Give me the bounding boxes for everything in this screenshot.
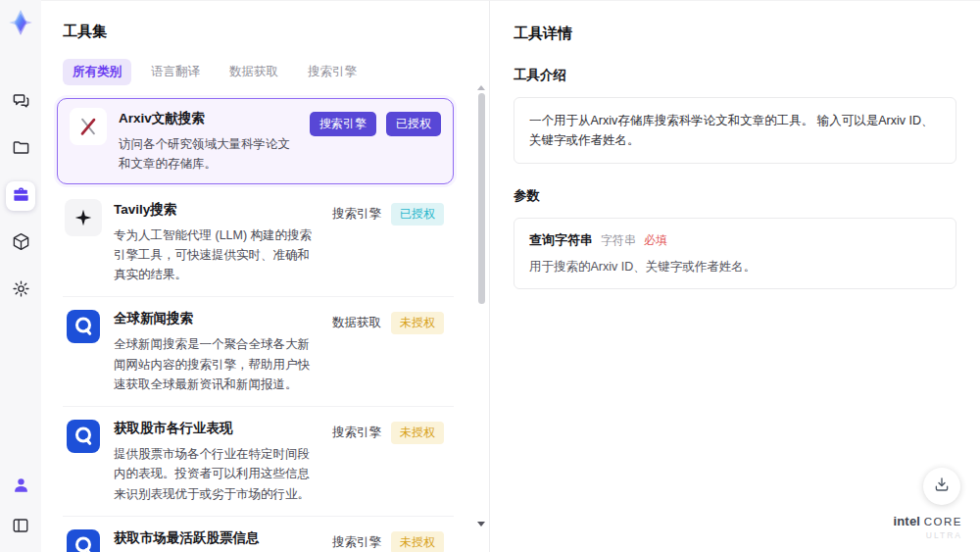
status-badge: 已授权: [386, 112, 441, 136]
status-badge: 已授权: [391, 203, 444, 226]
user-icon: [12, 476, 30, 498]
tab-data-fetching[interactable]: 数据获取: [220, 59, 288, 85]
intro-heading: 工具介绍: [514, 67, 956, 84]
param-required-badge: 必填: [644, 232, 667, 249]
settings-icon: [12, 279, 30, 302]
tavily-star-icon: [65, 199, 102, 236]
page-title: 工具集: [63, 23, 469, 41]
cube-icon: [12, 232, 30, 255]
download-icon: [933, 476, 951, 497]
chat-icon: [12, 91, 30, 114]
app-logo-icon[interactable]: [7, 9, 34, 36]
scroll-down-icon[interactable]: [477, 522, 485, 527]
blue-search-logo-icon: [65, 418, 102, 455]
tool-card-list: Arxiv文献搜索 访问各个研究领域大量科学论文和文章的存储库。 搜索引擎 已授…: [63, 98, 469, 552]
scrollbar-thumb[interactable]: [478, 93, 485, 304]
ultra-logo-text: ULTRA: [893, 531, 962, 540]
tool-card-body: 获取股市各行业表现 提供股票市场各个行业在特定时间段内的表现。投资者可以利用这些…: [114, 418, 320, 504]
tab-search-engine[interactable]: 搜索引擎: [298, 59, 367, 85]
blue-search-logo-icon: [65, 527, 102, 552]
params-heading: 参数: [514, 187, 956, 205]
tool-tags: 搜索引擎 未授权: [332, 527, 444, 552]
tool-tags: 搜索引擎 未授权: [332, 418, 444, 504]
scroll-up-icon[interactable]: [477, 85, 485, 90]
list-scrollbar: [476, 85, 486, 538]
tool-name: Arxiv文献搜索: [119, 110, 292, 127]
blue-search-logo-icon: [65, 308, 102, 345]
left-sidebar: [0, 0, 41, 552]
folder-icon: [12, 138, 30, 161]
sidebar-nav: [6, 87, 35, 305]
tool-description: 全球新闻搜索是一个聚合全球各大新闻网站内容的搜索引擎，帮助用户快速获取全球最新资…: [114, 334, 315, 394]
sidebar-item-chat[interactable]: [6, 87, 35, 117]
tool-tags: 搜索引擎 已授权: [310, 108, 441, 175]
category-label: 搜索引擎: [332, 422, 381, 441]
tool-name: 全球新闻搜索: [114, 310, 315, 327]
sidebar-item-files[interactable]: [6, 134, 35, 164]
category-tabs: 所有类别 语言翻译 数据获取 搜索引擎: [63, 59, 469, 85]
tool-card-sector-performance[interactable]: 获取股市各行业表现 提供股票市场各个行业在特定时间段内的表现。投资者可以利用这些…: [63, 407, 454, 517]
tool-tags: 数据获取 未授权: [332, 308, 444, 394]
tool-card-body: 全球新闻搜索 全球新闻搜索是一个聚合全球各大新闻网站内容的搜索引擎，帮助用户快速…: [114, 308, 320, 394]
tool-name: Tavily搜索: [114, 201, 315, 219]
param-name: 查询字符串: [529, 231, 593, 249]
param-description: 用于搜索的Arxiv ID、关键字或作者姓名。: [529, 259, 941, 276]
panel-toggle-icon: [12, 517, 29, 538]
tool-card-body: Arxiv文献搜索 访问各个研究领域大量科学论文和文章的存储库。: [119, 108, 298, 175]
tool-card-tavily[interactable]: Tavily搜索 专为人工智能代理 (LLM) 构建的搜索引擎工具，可快速提供实…: [63, 188, 454, 298]
tool-name: 获取股市各行业表现: [114, 420, 315, 437]
sidebar-bottom: [6, 472, 35, 542]
core-logo-text: CORE: [924, 516, 962, 527]
tool-list-panel: 工具集 所有类别 语言翻译 数据获取 搜索引擎 Arxiv文献搜索 访问各个研究…: [41, 0, 490, 552]
tool-detail-panel: 工具详情 工具介绍 一个用于从Arxiv存储库搜索科学论文和文章的工具。 输入可…: [490, 0, 980, 552]
tool-card-arxiv[interactable]: Arxiv文献搜索 访问各个研究领域大量科学论文和文章的存储库。 搜索引擎 已授…: [57, 98, 454, 184]
category-label: 搜索引擎: [332, 203, 381, 223]
status-badge: 未授权: [391, 422, 444, 444]
status-badge: 未授权: [391, 531, 444, 552]
tab-all-categories[interactable]: 所有类别: [63, 59, 131, 85]
download-button[interactable]: [923, 468, 960, 505]
detail-title: 工具详情: [514, 25, 956, 43]
tool-description: 专为人工智能代理 (LLM) 构建的搜索引擎工具，可快速提供实时、准确和真实的结…: [114, 226, 315, 285]
arxiv-logo-icon: [70, 108, 107, 145]
tool-card-body: 获取市场最活跃股票信息 提供当天交易量最高的股票列表，投资者可以利用这些信息来识…: [114, 527, 320, 552]
tool-tags: 搜索引擎 已授权: [332, 199, 444, 285]
intel-logo-text: intel: [893, 514, 920, 528]
sidebar-item-collapse[interactable]: [6, 513, 35, 542]
category-label: 搜索引擎: [332, 531, 381, 551]
param-type: 字符串: [601, 232, 636, 249]
tool-intro-box: 一个用于从Arxiv存储库搜索科学论文和文章的工具。 输入可以是Arxiv ID…: [514, 97, 956, 164]
tool-card-body: Tavily搜索 专为人工智能代理 (LLM) 构建的搜索引擎工具，可快速提供实…: [114, 199, 320, 285]
tool-name: 获取市场最活跃股票信息: [114, 529, 315, 547]
status-badge: 未授权: [391, 312, 444, 334]
sidebar-item-plugins[interactable]: [6, 228, 35, 258]
tool-description: 提供股票市场各个行业在特定时间段内的表现。投资者可以利用这些信息来识别表现优于或…: [114, 444, 315, 504]
sidebar-item-tools[interactable]: [6, 181, 35, 211]
category-label: 数据获取: [332, 312, 381, 331]
sidebar-item-settings[interactable]: [6, 276, 35, 305]
sidebar-item-profile[interactable]: [6, 472, 35, 501]
tool-description: 访问各个研究领域大量科学论文和文章的存储库。: [119, 134, 292, 175]
tab-language-translation[interactable]: 语言翻译: [141, 59, 210, 85]
tool-card-most-active-stocks[interactable]: 获取市场最活跃股票信息 提供当天交易量最高的股票列表，投资者可以利用这些信息来识…: [63, 517, 454, 552]
category-badge: 搜索引擎: [310, 112, 376, 136]
param-box: 查询字符串 字符串 必填 用于搜索的Arxiv ID、关键字或作者姓名。: [514, 218, 956, 289]
toolbox-icon: [12, 185, 30, 208]
param-header: 查询字符串 字符串 必填: [529, 231, 941, 249]
tool-card-global-news[interactable]: 全球新闻搜索 全球新闻搜索是一个聚合全球各大新闻网站内容的搜索引擎，帮助用户快速…: [63, 297, 454, 407]
intel-core-logo: intel CORE ULTRA: [893, 515, 962, 540]
